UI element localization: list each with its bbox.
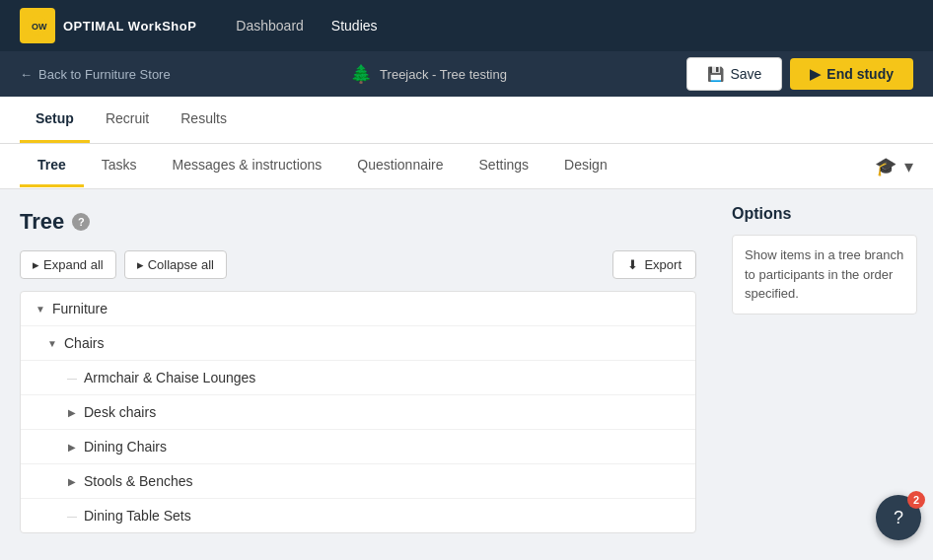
action-buttons: 💾 Save ▶ End study	[686, 57, 913, 91]
tab-tasks[interactable]: Tasks	[84, 145, 155, 187]
section-tab-actions: 🎓 ▾	[875, 156, 913, 177]
logo[interactable]: OW OPTIMAL WorkShoP	[20, 8, 196, 43]
tree-panel: Tree ? ▸ Expand all ▸ Collapse all ⬇ Exp…	[0, 189, 716, 560]
tab-tree[interactable]: Tree	[20, 145, 84, 187]
save-button[interactable]: 💾 Save	[686, 57, 782, 91]
logo-text: OPTIMAL WorkShoP	[63, 19, 196, 34]
toggle-stools: ▶	[64, 473, 80, 489]
tree-row[interactable]: — Armchair & Chaise Lounges	[21, 361, 695, 395]
toggle-furniture: ▼	[33, 301, 48, 316]
expand-icon: ▸	[33, 257, 39, 272]
sub-header: ← Back to Furniture Store 🌲 Treejack - T…	[0, 51, 933, 97]
options-info-text: Show items in a tree branch to participa…	[732, 235, 917, 315]
toggle-chairs: ▼	[44, 335, 60, 351]
save-icon: 💾	[707, 66, 724, 82]
top-navigation: OW OPTIMAL WorkShoP Dashboard Studies	[0, 0, 933, 51]
tab-results[interactable]: Results	[165, 97, 243, 143]
tree-toolbar: ▸ Expand all ▸ Collapse all ⬇ Export	[20, 250, 696, 279]
tab-settings[interactable]: Settings	[462, 145, 547, 187]
back-link-label: Back to Furniture Store	[38, 67, 171, 82]
tree-row[interactable]: ▼ Furniture	[21, 292, 695, 326]
end-study-button[interactable]: ▶ End study	[790, 58, 913, 90]
nav-studies[interactable]: Studies	[331, 18, 378, 34]
main-content: Tree ? ▸ Expand all ▸ Collapse all ⬇ Exp…	[0, 189, 933, 560]
study-name: Treejack - Tree testing	[380, 67, 507, 82]
help-icon[interactable]: ?	[72, 213, 90, 231]
graduation-icon-btn[interactable]: 🎓	[875, 156, 897, 177]
export-button[interactable]: ⬇ Export	[612, 250, 696, 279]
collapse-icon: ▸	[137, 257, 144, 272]
setup-tabs: Setup Recruit Results	[0, 97, 933, 144]
nav-links: Dashboard Studies	[236, 18, 377, 34]
back-link[interactable]: ← Back to Furniture Store	[20, 67, 171, 82]
toggle-armchair: —	[64, 370, 80, 385]
help-bubble-icon: ?	[894, 508, 903, 528]
section-tabs: Tree Tasks Messages & instructions Quest…	[20, 145, 625, 187]
tree-container: ▼ Furniture ▼ Chairs — Armchair & Chaise…	[20, 291, 696, 533]
back-arrow-icon: ←	[20, 67, 33, 82]
chevron-down-btn[interactable]: ▾	[904, 156, 913, 177]
download-icon: ⬇	[627, 257, 638, 272]
svg-text:OW: OW	[32, 22, 47, 32]
tree-row[interactable]: ▶ Stools & Benches	[21, 464, 695, 499]
nav-dashboard[interactable]: Dashboard	[236, 18, 304, 34]
tree-row[interactable]: — Dining Table Sets	[21, 499, 695, 532]
tab-setup[interactable]: Setup	[20, 97, 90, 143]
tab-recruit[interactable]: Recruit	[90, 97, 165, 143]
toggle-desk-chairs: ▶	[64, 404, 80, 420]
section-nav: Tree Tasks Messages & instructions Quest…	[0, 144, 933, 189]
tab-messages[interactable]: Messages & instructions	[155, 145, 340, 187]
treejack-icon: 🌲	[350, 63, 372, 85]
tree-toolbar-left: ▸ Expand all ▸ Collapse all	[20, 250, 227, 279]
logo-icon: OW	[20, 8, 55, 43]
help-bubble[interactable]: 2 ?	[876, 495, 921, 540]
tab-design[interactable]: Design	[546, 145, 625, 187]
tree-title: Tree ?	[20, 209, 696, 235]
study-info: 🌲 Treejack - Tree testing	[350, 63, 507, 85]
end-study-icon: ▶	[810, 66, 821, 82]
collapse-all-button[interactable]: ▸ Collapse all	[124, 250, 227, 279]
tree-row[interactable]: ▶ Desk chairs	[21, 395, 695, 430]
tab-questionnaire[interactable]: Questionnaire	[339, 145, 461, 187]
toggle-dining-table: —	[64, 508, 80, 524]
options-title: Options	[732, 205, 917, 223]
toggle-dining-chairs: ▶	[64, 439, 80, 455]
tree-row[interactable]: ▶ Dining Chairs	[21, 430, 695, 464]
expand-all-button[interactable]: ▸ Expand all	[20, 250, 116, 279]
help-badge: 2	[907, 491, 925, 509]
tree-row[interactable]: ▼ Chairs	[21, 326, 695, 361]
